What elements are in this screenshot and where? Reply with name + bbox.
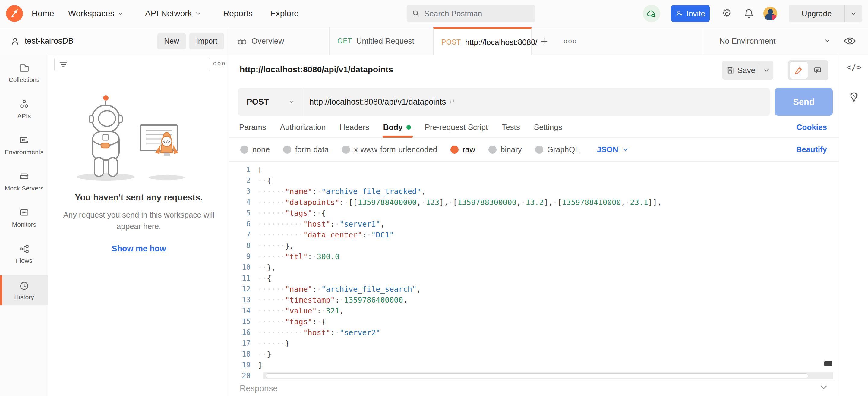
code-line[interactable]: 13······"timestamp":·1359786400000, xyxy=(229,294,833,305)
sidebar-item-label: Collections xyxy=(9,76,40,84)
show-me-how-link[interactable]: Show me how xyxy=(112,244,166,254)
environment-quick-look[interactable] xyxy=(844,36,856,46)
new-button[interactable]: New xyxy=(157,33,186,50)
global-search[interactable] xyxy=(407,5,535,22)
import-button[interactable]: Import xyxy=(189,33,224,50)
body-filled-dot xyxy=(406,125,411,130)
environment-selector[interactable]: No Environment xyxy=(719,27,775,55)
code-line[interactable]: 12······"name":·"archive_file_search", xyxy=(229,284,833,294)
nav-workspaces[interactable]: Workspaces xyxy=(68,0,123,27)
code-snippet-button[interactable]: </> xyxy=(839,62,868,72)
method-select[interactable]: POST xyxy=(238,88,302,116)
filter-input[interactable] xyxy=(54,58,210,71)
notifications-button[interactable] xyxy=(743,0,754,27)
code-line[interactable]: 8······}, xyxy=(229,240,833,251)
nav-home[interactable]: Home xyxy=(32,0,54,27)
tab-pre-request-script[interactable]: Pre-request Script xyxy=(425,117,488,138)
radio-icon xyxy=(535,145,543,154)
code-line[interactable]: 11··{ xyxy=(229,273,833,284)
code-line[interactable]: 4······"datapoints":·[[1359788400000,·12… xyxy=(229,197,833,208)
active-tab-underline xyxy=(382,136,413,138)
empty-state-title: You haven't sent any requests. xyxy=(49,193,229,202)
vertical-scrollbar-thumb[interactable] xyxy=(824,361,832,366)
request-editor: http://localhost:8080/api/v1/datapoints … xyxy=(229,55,839,396)
tab-params[interactable]: Params xyxy=(239,117,266,138)
edit-mode-button[interactable] xyxy=(790,62,808,79)
send-button[interactable]: Send xyxy=(775,88,833,116)
line-number: 18 xyxy=(229,350,258,358)
gear-icon xyxy=(721,7,733,20)
apis-icon xyxy=(19,99,30,110)
sidebar-item-flows[interactable]: Flows xyxy=(0,240,48,268)
line-number: 10 xyxy=(229,263,258,271)
code-line[interactable]: 10··}, xyxy=(229,262,833,273)
code-line[interactable]: 18··} xyxy=(229,349,833,360)
cookies-link[interactable]: Cookies xyxy=(797,117,827,138)
horizontal-scrollbar[interactable] xyxy=(263,372,833,379)
tab-body[interactable]: Body xyxy=(383,117,411,138)
body-type-none[interactable]: none xyxy=(240,145,270,154)
language-select[interactable]: JSON xyxy=(597,145,628,154)
tab-tests[interactable]: Tests xyxy=(502,117,520,138)
nav-explore[interactable]: Explore xyxy=(270,0,299,27)
body-type-form-data[interactable]: form-data xyxy=(283,145,329,154)
response-expand-button[interactable] xyxy=(820,385,828,390)
code-line[interactable]: 6··········"host":·"server1", xyxy=(229,219,833,229)
invite-label: Invite xyxy=(686,9,705,19)
sidebar-item-apis[interactable]: APIs xyxy=(0,95,48,124)
cloud-sync-icon[interactable] xyxy=(643,5,660,22)
beautify-link[interactable]: Beautify xyxy=(796,145,827,154)
sidebar-item-history[interactable]: History xyxy=(0,275,48,305)
code-line[interactable]: 16··········"host":·"server2" xyxy=(229,327,833,338)
tab-post-request[interactable]: POST http://localhost:8080/ xyxy=(433,27,531,56)
response-section[interactable]: Response xyxy=(229,379,839,396)
tab-get-request[interactable]: GET Untitled Request xyxy=(330,27,433,55)
tab-headers[interactable]: Headers xyxy=(339,117,369,138)
body-type-binary[interactable]: binary xyxy=(489,145,522,154)
code-line[interactable]: 15······"tags":·{ xyxy=(229,316,833,327)
workspace-title[interactable]: test-kairosDB xyxy=(0,36,73,46)
tab-overview[interactable]: Overview xyxy=(229,27,330,55)
horizontal-scrollbar-thumb[interactable] xyxy=(266,373,808,378)
tab-options-button[interactable]: ooo xyxy=(562,34,579,48)
code-line[interactable]: 5······"tags":·{ xyxy=(229,208,833,219)
mock-servers-icon xyxy=(19,171,30,182)
code-line[interactable]: 3······"name":·"archive_file_tracked", xyxy=(229,186,833,197)
url-unit: POST http://localhost:8080/api/v1/datapo… xyxy=(238,88,770,116)
code-line[interactable]: 17······} xyxy=(229,338,833,349)
new-tab-button[interactable] xyxy=(537,34,551,48)
comment-mode-button[interactable] xyxy=(809,62,827,79)
line-number: 5 xyxy=(229,209,258,217)
url-input[interactable]: http://localhost:8080/api/v1/datapoints … xyxy=(302,88,770,116)
tab-authorization[interactable]: Authorization xyxy=(280,117,326,138)
code-line[interactable]: 14······"value":·321, xyxy=(229,305,833,316)
code-line[interactable]: 2··{ xyxy=(229,175,833,186)
nav-api-network[interactable]: API Network xyxy=(145,0,200,27)
invite-button[interactable]: Invite xyxy=(671,5,710,22)
save-button[interactable]: Save xyxy=(722,61,759,79)
code-line[interactable]: 7··········"data_center":·"DC1" xyxy=(229,229,833,240)
nav-reports[interactable]: Reports xyxy=(223,0,253,27)
upgrade-dropdown-button[interactable] xyxy=(845,5,862,22)
body-type-raw[interactable]: raw xyxy=(451,145,475,154)
sidebar-item-mock-servers[interactable]: Mock Servers xyxy=(0,167,48,196)
sidebar-item-collections[interactable]: Collections xyxy=(0,59,48,88)
body-type-graphql[interactable]: GraphQL xyxy=(535,145,580,154)
search-input[interactable] xyxy=(424,9,521,19)
code-line[interactable]: 9······"ttl":·300.0 xyxy=(229,251,833,262)
code-line[interactable]: 19] xyxy=(229,360,833,370)
sidebar-item-monitors[interactable]: Monitors xyxy=(0,203,48,232)
environment-dropdown[interactable] xyxy=(825,39,830,42)
settings-button[interactable] xyxy=(721,0,733,27)
code-line[interactable]: 1[ xyxy=(229,164,833,175)
sidebar-item-environments[interactable]: Environments xyxy=(0,131,48,160)
save-dropdown-button[interactable] xyxy=(760,61,773,79)
avatar[interactable] xyxy=(764,7,777,21)
tab-settings[interactable]: Settings xyxy=(534,117,562,138)
upgrade-button[interactable]: Upgrade xyxy=(789,5,844,22)
body-type-x-www-form-urlencoded[interactable]: x-www-form-urlencoded xyxy=(342,145,437,154)
body-code-editor[interactable]: 1[2··{3······"name":·"archive_file_track… xyxy=(229,162,833,379)
postman-logo[interactable] xyxy=(6,5,23,22)
history-options-button[interactable]: ooo xyxy=(213,60,226,67)
hints-button[interactable] xyxy=(839,91,868,103)
